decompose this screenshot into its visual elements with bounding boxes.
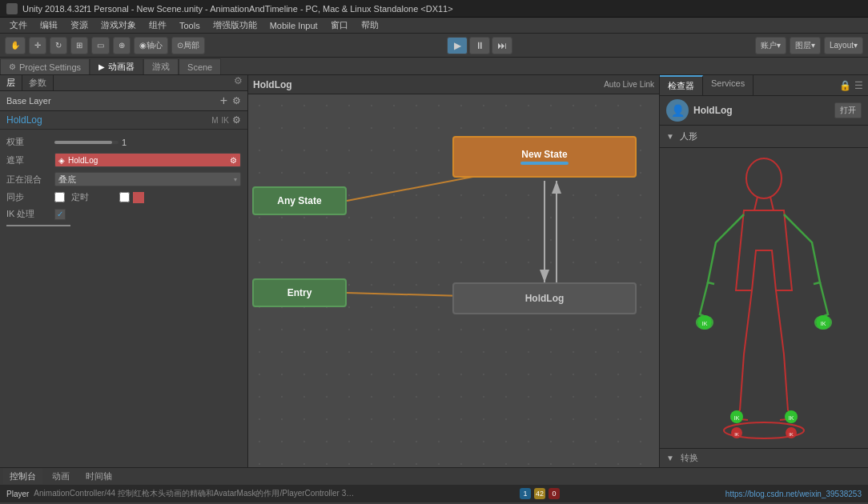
auto-live-link-btn[interactable]: Auto Live Link [604,80,654,89]
tab-project-label: Project Settings [19,62,81,72]
tab-layers-label: 层 [6,78,15,87]
entry-node[interactable]: Entry [252,278,347,307]
blend-arrow-icon: ▾ [234,176,237,183]
tab-project-settings[interactable]: ⚙ Project Settings [0,58,90,74]
layers-arrow-icon: ▾ [811,41,815,50]
layer-gear-icon[interactable]: ⚙ [232,95,241,106]
mask-value-field[interactable]: ◈ HoldLog ⚙ [54,153,241,167]
tab-scene-label: Scene [187,62,212,72]
any-state-node[interactable]: Any State [252,186,347,215]
panel-settings-icon[interactable]: ⚙ [229,75,247,90]
menu-item-mobile[interactable]: Mobile Input [263,21,324,30]
human-figure-display: IK IK IK IK IK IK [660,148,868,448]
open-button[interactable]: 打开 [834,102,862,118]
tab-animator-label: 动画器 [108,61,135,73]
weight-slider[interactable]: 1 [54,138,127,147]
menu-item-enhance[interactable]: 增强版功能 [207,19,263,31]
tab-layers[interactable]: 层 [0,75,22,90]
svg-text:IK: IK [734,432,739,437]
blend-dropdown[interactable]: 叠底 ▾ [54,172,241,186]
play-controls: ▶ ⏸ ⏭ [447,37,512,54]
scale-tool-btn[interactable]: ⊞ [70,37,88,54]
menu-item-assets[interactable]: 资源 [64,19,94,31]
timing-red-indicator [133,192,144,203]
account-label: 账户 [761,40,777,51]
combined-tool-btn[interactable]: ⊕ [113,37,131,54]
menu-item-tools[interactable]: Tools [173,21,207,30]
humanoid-text: 人形 [680,131,697,141]
inspector-menu-icon[interactable]: ☰ [854,80,863,91]
menu-item-window[interactable]: 窗口 [324,19,355,31]
tab-animation[interactable]: 动画 [46,469,76,484]
pivot-btn[interactable]: ◉ 轴心 [134,37,168,54]
inspector-lock-icon[interactable]: 🔒 [839,80,851,91]
menu-item-edit[interactable]: 编辑 [34,19,64,31]
local-icon: ⊙ [177,41,183,50]
svg-line-8 [770,197,774,210]
human-body-svg: IK IK IK IK IK IK [692,148,836,448]
holdlog-gear-icon[interactable]: ⚙ [232,114,241,126]
svg-line-7 [754,197,757,210]
move-tool-btn[interactable]: ✛ [29,37,46,54]
ik-label: IK 处理 [6,208,54,220]
mask-value: HoldLog [68,156,98,165]
layer-header: Base Layer + ⚙ [0,91,247,111]
tab-animator[interactable]: ▶ 动画器 [90,58,143,74]
layout-btn[interactable]: Layout ▾ [824,37,863,54]
url-link[interactable]: https://blog.csdn.net/weixin_39538253 [725,490,862,498]
rotate-tool-btn[interactable]: ↻ [50,37,67,54]
settings-icon: ⚙ [9,62,16,71]
weight-label: 权重 [6,136,54,148]
sync-label: 同步 [6,191,54,203]
menu-item-gameobject[interactable]: 游戏对象 [94,19,143,31]
step-button[interactable]: ⏭ [492,37,512,54]
transform-label: 转换 [681,452,698,464]
hand-tool-btn[interactable]: ✋ [5,37,26,54]
services-tab-label: Services [711,78,745,88]
play-button[interactable]: ▶ [447,37,468,54]
mask-label: 遮罩 [6,154,54,166]
console-tab-label: 控制台 [10,471,36,481]
layout-arrow-icon: ▾ [854,41,858,50]
bottom-tabs: 控制台 动画 时间轴 [0,467,868,485]
tab-timeline[interactable]: 时间轴 [79,469,119,484]
yellow-badge-dot: 42 [534,488,545,499]
tab-console[interactable]: 控制台 [3,469,42,484]
left-tabs: 层 参数 ⚙ [0,75,247,91]
tab-scene[interactable]: Scene [179,58,221,74]
pivot-icon: ◉ [139,41,147,50]
layers-btn[interactable]: 图层 ▾ [790,37,821,54]
holdlog-layer-label: HoldLog [6,114,42,126]
tab-inspector[interactable]: 检查器 [660,75,703,95]
pause-button[interactable]: ⏸ [469,37,490,54]
timing-checkbox[interactable] [119,192,130,202]
local-btn[interactable]: ⊙ 局部 [171,37,205,54]
unity-logo [6,3,18,14]
ik-checkbox[interactable]: ✓ [54,209,66,220]
animator-canvas[interactable]: Any State Entry New State HoldLog [248,94,659,467]
sync-checkbox[interactable] [54,192,65,202]
menu-item-file[interactable]: 文件 [3,19,34,31]
yellow-badge: 42 [534,488,545,499]
holdlog-badges: M IK ⚙ [211,114,241,126]
rect-tool-btn[interactable]: ▭ [91,37,110,54]
new-state-node[interactable]: New State [452,136,637,178]
tab-params[interactable]: 参数 [22,75,54,90]
mask-row: 遮罩 ◈ HoldLog ⚙ [6,153,241,167]
menu-item-component[interactable]: 组件 [143,19,173,31]
base-layer-label: Base Layer [6,96,51,106]
layers-label: 图层 [795,40,811,51]
weight-row: 权重 1 [6,136,241,148]
timeline-tab-label: 时间轴 [86,471,112,481]
holdlog-state-node[interactable]: HoldLog [452,282,637,314]
tab-game[interactable]: 游戏 [143,58,179,74]
svg-text:IK: IK [702,321,708,326]
player-label: Player [6,490,29,498]
account-arrow-icon: ▾ [777,41,781,50]
tab-services[interactable]: Services [703,75,753,95]
add-layer-btn[interactable]: + [220,94,227,107]
holdlog-layer-item[interactable]: HoldLog M IK ⚙ [0,111,247,130]
account-btn[interactable]: 账户 ▾ [755,37,786,54]
tab-game-label: 游戏 [152,61,170,73]
menu-item-help[interactable]: 帮助 [355,19,385,31]
